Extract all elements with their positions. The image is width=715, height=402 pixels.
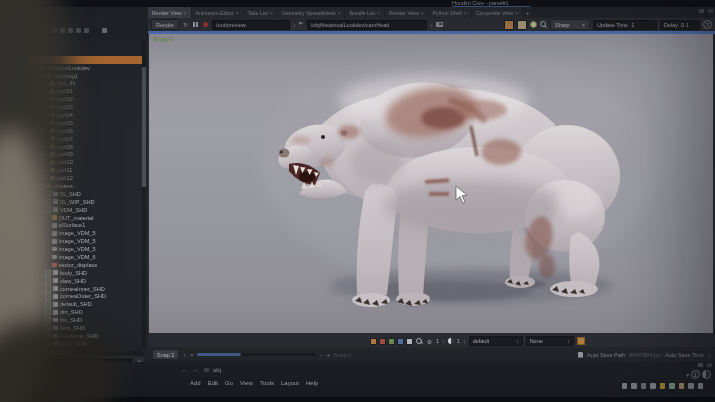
tree-item-port09[interactable]: +port09 <box>28 150 144 158</box>
tree-item[interactable] <box>28 56 144 64</box>
tree-item-image_VDM_5[interactable]: image_VDM_5 <box>28 229 144 237</box>
expand-icon[interactable]: + <box>38 88 44 94</box>
tree-item-port05[interactable]: +port05 <box>28 119 144 127</box>
expand-icon[interactable]: + <box>45 333 51 339</box>
expand-icon[interactable]: + <box>38 120 44 126</box>
channel-swatch-icon[interactable] <box>388 338 395 345</box>
expand-icon[interactable]: + <box>45 317 51 323</box>
delay-field[interactable]: Delay 0.1 <box>660 20 700 30</box>
tree-item-iris_SHD[interactable]: +iris_SHD <box>28 316 144 324</box>
tile-grid-icon[interactable] <box>577 337 585 345</box>
none-dropdown[interactable]: None↕ <box>526 336 574 346</box>
box-icon[interactable] <box>631 383 637 389</box>
tree-item-theatricalLookdev[interactable]: -theatricalLookdev <box>28 64 144 72</box>
net-split-icon[interactable] <box>698 363 703 367</box>
flag-gold-icon[interactable] <box>660 383 666 389</box>
display-stepper-a[interactable]: ↕ <box>442 338 445 344</box>
display-flag-icon[interactable] <box>46 122 48 124</box>
tree-vertical-scrollbar-thumb[interactable] <box>142 67 146 187</box>
tree-item-geo_IN[interactable]: +geo_IN <box>28 79 144 87</box>
tree-item-default_SHD[interactable]: +default_SHD <box>28 300 144 308</box>
display-flag-icon[interactable] <box>46 106 48 108</box>
back-icon[interactable]: ← <box>182 367 188 373</box>
menu-tools[interactable]: Tools <box>260 380 274 386</box>
tree-item-IG_WIP_SHD[interactable]: +IG_WIP_SHD <box>28 198 144 206</box>
pane-menu-icon[interactable] <box>708 9 713 13</box>
expand-icon[interactable]: + <box>45 199 51 205</box>
tree-item-image_VDM_5[interactable]: image_VDM_5 <box>28 245 144 253</box>
zoom-out-icon[interactable]: − <box>319 352 322 358</box>
tab-take-list[interactable]: Take List× <box>244 7 277 18</box>
tree-item-port07[interactable]: +port07 <box>28 135 144 143</box>
expand-icon[interactable]: + <box>45 341 51 347</box>
tree-item-dirt_SHD[interactable]: +dirt_SHD <box>28 308 144 316</box>
menu-add[interactable]: Add <box>190 380 201 386</box>
expand-icon[interactable]: + <box>38 80 44 86</box>
expand-icon[interactable]: + <box>38 104 44 110</box>
collapse-icon[interactable]: - <box>45 206 51 212</box>
tree-item-VDM_SHD[interactable]: -VDM_SHD <box>28 206 144 214</box>
tree-item[interactable] <box>28 40 144 48</box>
menu-layout[interactable]: Layout <box>281 380 299 386</box>
auto-save-path-value[interactable]: $HIP/$F4.pic <box>629 352 661 358</box>
update-time-field[interactable]: Update Time 1 <box>593 20 657 30</box>
tree-item-alSurface1[interactable]: alSurface1 <box>28 221 144 229</box>
menu-help[interactable]: Help <box>306 380 318 386</box>
tree-item-shaders[interactable]: -shaders <box>28 182 144 190</box>
pane-maximize-icon[interactable] <box>702 370 711 379</box>
pane-split-icon[interactable] <box>699 9 704 13</box>
tab-composite-view[interactable]: Composite View× <box>472 7 522 18</box>
filter-mode-dropdown[interactable]: Sharp▾ <box>550 19 590 30</box>
tree-tool-icon[interactable] <box>52 28 57 33</box>
tree-item-port10[interactable]: +port10 <box>28 158 144 166</box>
expand-icon[interactable]: + <box>38 135 44 141</box>
channel-swatch-icon[interactable] <box>406 338 413 345</box>
tree-item-corneaInner_SHD[interactable]: +corneaInner_SHD <box>28 285 144 293</box>
tree-item-lens_SHD[interactable]: +lens_SHD <box>28 324 144 332</box>
render-button[interactable]: Render <box>151 19 179 30</box>
display-flag-icon[interactable] <box>46 146 48 148</box>
gamma-swatch-button[interactable] <box>504 20 514 30</box>
display-flag-icon[interactable] <box>46 90 48 92</box>
menu-view[interactable]: View <box>240 380 253 386</box>
search-icon[interactable] <box>688 383 694 389</box>
inspect-icon[interactable] <box>416 338 423 345</box>
expand-icon[interactable]: + <box>45 293 51 299</box>
tab-bundle-list[interactable]: Bundle List× <box>345 7 384 18</box>
tree-item-image_VDM_5[interactable]: image_VDM_5 <box>28 237 144 245</box>
display-flag-icon[interactable] <box>46 130 48 132</box>
tree-item[interactable] <box>28 48 144 56</box>
expand-icon[interactable]: + <box>38 175 44 181</box>
expand-icon[interactable]: + <box>38 151 44 157</box>
display-flag-icon[interactable] <box>46 82 48 84</box>
magnifier-icon[interactable] <box>540 21 547 28</box>
display-flag-icon[interactable] <box>46 98 48 100</box>
tree-item-port06[interactable]: +port06 <box>28 127 144 135</box>
display-flag-icon[interactable] <box>46 138 48 140</box>
camera-field[interactable]: /obj/theatricalLookdev/camHead <box>307 20 427 30</box>
collapse-icon[interactable]: - <box>31 64 37 70</box>
display-flag-icon[interactable] <box>46 153 48 155</box>
tree-item-foambag1[interactable]: +foambag1 <box>28 72 144 80</box>
expand-icon[interactable]: + <box>45 277 51 283</box>
pane-options-icon[interactable]: ▾ <box>686 372 689 378</box>
expand-icon[interactable]: + <box>45 270 51 276</box>
tree-tool-icon[interactable] <box>68 28 73 33</box>
bulb-icon[interactable] <box>530 21 537 28</box>
expand-icon[interactable]: + <box>45 325 51 331</box>
tree-menu-icon[interactable] <box>102 28 107 33</box>
tree-tool-icon[interactable] <box>84 28 89 33</box>
expand-icon[interactable]: + <box>38 72 44 78</box>
forward-icon[interactable]: → <box>192 367 198 373</box>
collapse-icon[interactable]: - <box>38 183 44 189</box>
contrast-icon[interactable] <box>448 338 454 344</box>
zoom-in-icon[interactable]: + <box>327 352 330 358</box>
expand-icon[interactable]: + <box>38 128 44 134</box>
tree-item-OUT_material[interactable]: OUT_material <box>28 214 144 222</box>
display-stepper-b[interactable]: ↕ <box>463 338 466 344</box>
menu-edit[interactable]: Edit <box>208 380 218 386</box>
net-menu-icon[interactable] <box>707 363 712 367</box>
tree-item-image_VDM_6[interactable]: image_VDM_6 <box>28 253 144 261</box>
tree-item-port12[interactable]: +port12 <box>28 174 144 182</box>
record-icon[interactable] <box>202 21 209 28</box>
